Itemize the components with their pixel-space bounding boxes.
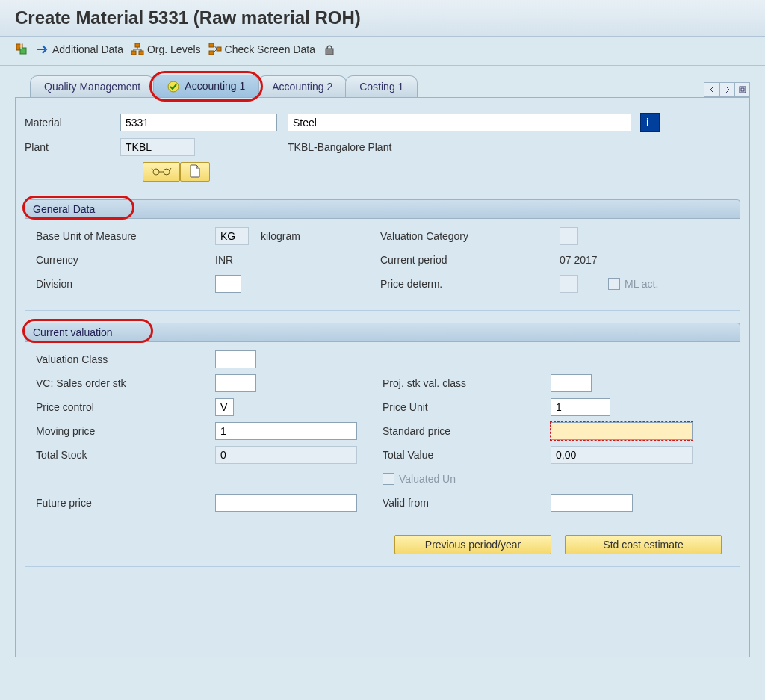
currency-label: Currency xyxy=(36,254,215,266)
base-uom-label: Base Unit of Measure xyxy=(36,230,215,242)
valuated-un-checkbox xyxy=(382,473,394,485)
tab-next-button[interactable] xyxy=(719,83,734,96)
svg-rect-5 xyxy=(139,51,143,55)
valid-from-input[interactable] xyxy=(551,494,633,512)
total-stock-input xyxy=(215,446,357,464)
material-input[interactable] xyxy=(120,114,277,131)
valuation-cat-input[interactable] xyxy=(560,227,578,245)
current-period-value: 07 2017 xyxy=(560,254,679,266)
document-icon xyxy=(189,164,201,180)
page-title: Create Material 5331 (Raw material ROH) xyxy=(15,7,750,28)
check-screen-icon xyxy=(208,43,222,56)
tab-accounting-2[interactable]: Accounting 2 xyxy=(258,75,347,97)
vc-sales-label: VC: Sales order stk xyxy=(36,377,215,389)
standard-price-input[interactable] xyxy=(551,422,693,440)
price-determ-label: Price determ. xyxy=(380,278,560,290)
current-period-label: Current period xyxy=(380,254,560,266)
svg-text:i: i xyxy=(646,117,649,128)
svg-point-10 xyxy=(168,81,179,92)
valuated-un-label: Valuated Un xyxy=(399,473,518,485)
plant-input[interactable] xyxy=(120,138,195,156)
standard-price-label: Standard price xyxy=(382,425,551,437)
svg-text:+: + xyxy=(18,43,24,52)
price-determ-input[interactable] xyxy=(560,275,578,293)
currency-value: INR xyxy=(215,254,335,266)
tab-list-button[interactable] xyxy=(734,83,749,96)
svg-rect-3 xyxy=(135,43,140,47)
additional-data-button[interactable]: Additional Data xyxy=(36,43,123,56)
check-icon xyxy=(167,81,179,93)
variant-icon: + xyxy=(15,43,28,56)
variant-button[interactable]: + xyxy=(15,43,28,56)
general-data-title: General Data xyxy=(33,203,95,215)
future-price-label: Future price xyxy=(36,497,215,509)
lock-button[interactable] xyxy=(323,43,336,56)
org-levels-label: Org. Levels xyxy=(147,43,201,55)
tab-nav xyxy=(704,82,750,97)
proj-stk-input[interactable] xyxy=(551,374,592,392)
info-button[interactable]: i xyxy=(640,113,660,132)
tab-label: Costing 1 xyxy=(359,81,403,93)
price-unit-input[interactable] xyxy=(551,398,610,416)
division-input[interactable] xyxy=(215,275,241,293)
ml-act-label: ML act. xyxy=(625,278,744,290)
tab-label: Accounting 2 xyxy=(272,81,332,93)
toolbar: + Additional Data Org. Levels Check Scre… xyxy=(0,37,765,66)
vc-sales-input[interactable] xyxy=(215,374,256,392)
current-valuation-body: Valuation Class VC: Sales order stk Pric… xyxy=(25,342,740,567)
moving-price-input[interactable] xyxy=(215,422,357,440)
base-uom-text: kilogram xyxy=(261,230,380,242)
org-levels-button[interactable]: Org. Levels xyxy=(131,43,201,56)
tab-label: Quality Management xyxy=(44,81,140,93)
general-data-body: Base Unit of Measure kilogram Currency I… xyxy=(25,219,740,311)
plant-label: Plant xyxy=(25,141,120,153)
tab-costing-1[interactable]: Costing 1 xyxy=(345,75,418,97)
valuation-class-input[interactable] xyxy=(215,350,256,368)
valuation-cat-label: Valuation Category xyxy=(380,230,560,242)
future-price-input[interactable] xyxy=(215,494,357,512)
svg-rect-8 xyxy=(217,47,221,51)
moving-price-label: Moving price xyxy=(36,425,215,437)
std-cost-button[interactable]: Std cost estimate xyxy=(565,535,722,554)
tab-label: Accounting 1 xyxy=(185,80,245,92)
svg-rect-11 xyxy=(740,87,746,93)
base-uom-input[interactable] xyxy=(215,227,249,245)
title-bar: Create Material 5331 (Raw material ROH) xyxy=(0,0,765,37)
svg-rect-4 xyxy=(131,51,136,55)
additional-data-label: Additional Data xyxy=(52,43,123,55)
svg-point-15 xyxy=(164,169,170,175)
tab-body: Material i Plant TKBL-Bangalore Plant Ge… xyxy=(15,97,750,657)
plant-desc: TKBL-Bangalore Plant xyxy=(288,141,391,153)
valid-from-label: Valid from xyxy=(382,497,551,509)
org-levels-icon xyxy=(131,43,144,56)
proj-stk-label: Proj. stk val. class xyxy=(382,377,551,389)
glasses-icon xyxy=(151,166,172,179)
general-data-header: General Data xyxy=(25,199,740,219)
total-value-label: Total Value xyxy=(382,449,551,461)
tab-accounting-1[interactable]: Accounting 1 xyxy=(153,75,259,97)
check-screen-label: Check Screen Data xyxy=(225,43,315,55)
plant-row: Plant TKBL-Bangalore Plant xyxy=(25,138,740,156)
material-desc-input[interactable] xyxy=(288,114,631,131)
price-control-input[interactable] xyxy=(215,398,234,416)
display-button[interactable] xyxy=(143,162,180,182)
svg-point-14 xyxy=(153,169,159,175)
tab-quality-management[interactable]: Quality Management xyxy=(30,75,155,97)
tab-prev-button[interactable] xyxy=(704,83,719,96)
price-control-label: Price control xyxy=(36,401,215,413)
material-row: Material i xyxy=(25,113,740,132)
total-value-input xyxy=(551,446,693,464)
create-button[interactable] xyxy=(180,162,210,182)
division-label: Division xyxy=(36,278,215,290)
check-screen-button[interactable]: Check Screen Data xyxy=(208,43,315,56)
svg-rect-6 xyxy=(209,43,214,47)
svg-rect-12 xyxy=(741,88,744,91)
current-valuation-title: Current valuation xyxy=(33,326,113,338)
valuation-class-label: Valuation Class xyxy=(36,353,215,365)
ml-act-checkbox xyxy=(608,278,620,290)
icon-buttons-row xyxy=(25,162,740,182)
prev-period-button[interactable]: Previous period/year xyxy=(394,535,551,554)
arrow-right-icon xyxy=(36,43,49,56)
svg-rect-7 xyxy=(209,51,214,55)
svg-rect-9 xyxy=(326,49,333,55)
